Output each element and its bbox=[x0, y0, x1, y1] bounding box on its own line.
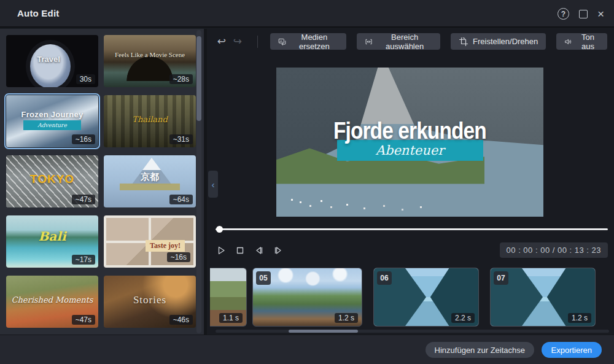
playhead-knob[interactable] bbox=[216, 226, 223, 233]
template-title: Cherished Moments bbox=[6, 295, 98, 304]
undo-icon[interactable]: ↩ bbox=[216, 36, 228, 47]
speaker-icon bbox=[564, 37, 572, 47]
template-library-panel: Travel 30s Feels Like a Movie Scene ~28s… bbox=[0, 29, 207, 335]
template-title: 京都 bbox=[104, 171, 196, 183]
template-title: Thailand bbox=[104, 115, 196, 124]
template-subtitle-banner bbox=[120, 184, 180, 190]
chevron-left-icon: ‹ bbox=[212, 179, 215, 190]
timeline-scrollbar-thumb[interactable] bbox=[289, 330, 358, 333]
clip-number: 06 bbox=[377, 271, 392, 285]
timeline-clip-05[interactable]: 05 1.2 s bbox=[252, 268, 362, 327]
template-stories[interactable]: Stories ~46s bbox=[104, 276, 196, 328]
template-duration: ~28s bbox=[169, 74, 193, 84]
template-travel[interactable]: Travel 30s bbox=[6, 35, 98, 87]
stop-button[interactable] bbox=[235, 245, 246, 256]
template-duration: ~31s bbox=[169, 134, 193, 144]
select-range-icon bbox=[365, 37, 373, 47]
select-range-label: Bereich auswählen bbox=[377, 33, 432, 51]
transport-controls bbox=[216, 242, 284, 258]
window-title: Auto Edit bbox=[17, 8, 59, 18]
template-bali[interactable]: Bali ~17s bbox=[6, 215, 98, 268]
timecode-display: 00 : 00 : 00 / 00 : 13 : 23 bbox=[500, 242, 608, 258]
template-duration: ~16s bbox=[167, 252, 190, 262]
export-button[interactable]: Exportieren bbox=[542, 342, 602, 358]
crop-rotate-icon bbox=[459, 37, 468, 47]
close-icon[interactable]: × bbox=[597, 8, 604, 20]
timeline-scrollbar-track[interactable] bbox=[216, 330, 609, 333]
mute-button[interactable]: Ton aus bbox=[556, 33, 607, 50]
timeline-clip-06[interactable]: 06 2.2 s bbox=[373, 268, 479, 327]
template-title: Bali bbox=[6, 229, 98, 244]
overlay-subtitle: Abenteuer bbox=[376, 143, 444, 158]
preview-text-overlay: Fjorde erkunden Abenteuer bbox=[276, 119, 543, 161]
template-cherished-moments[interactable]: Cherished Moments ~47s bbox=[6, 276, 98, 328]
library-scrollbar-thumb[interactable] bbox=[196, 36, 201, 121]
auto-edit-window: Auto Edit ? × Travel 30s Feels Like a Mo… bbox=[0, 0, 614, 364]
titlebar: Auto Edit ? × bbox=[0, 0, 614, 28]
playback-progress-bar[interactable] bbox=[216, 228, 608, 230]
crop-rotate-button[interactable]: Freistellen/Drehen bbox=[451, 33, 546, 50]
clip-number: 07 bbox=[494, 271, 508, 285]
template-grid: Travel 30s Feels Like a Movie Scene ~28s… bbox=[6, 35, 196, 328]
template-duration: ~64s bbox=[169, 195, 193, 204]
template-duration: ~47s bbox=[72, 195, 95, 204]
clip-duration: 1.2 s bbox=[335, 313, 358, 323]
add-to-timeline-button[interactable]: Hinzufügen zur Zeitachse bbox=[426, 342, 534, 358]
replace-media-icon bbox=[278, 37, 286, 47]
template-duration: ~47s bbox=[72, 315, 95, 325]
template-thailand[interactable]: Thailand ~31s bbox=[104, 95, 196, 147]
preview-toolbar: ↩ ↪ Medien ersetzen bbox=[216, 33, 607, 50]
template-duration: ~17s bbox=[72, 255, 95, 265]
timeline-clip-07[interactable]: 07 1.2 s bbox=[490, 268, 596, 327]
next-frame-button[interactable] bbox=[273, 245, 284, 256]
template-duration: ~46s bbox=[169, 315, 193, 325]
crop-rotate-label: Freistellen/Drehen bbox=[473, 37, 538, 46]
clip-duration: 1.1 s bbox=[219, 313, 243, 323]
template-frozen-journey-selected[interactable]: Frozen Journey Adventure ~16s bbox=[6, 95, 98, 147]
mute-label: Ton aus bbox=[577, 33, 599, 51]
template-duration: ~16s bbox=[72, 134, 95, 144]
editor-main-area: ↩ ↪ Medien ersetzen bbox=[207, 29, 614, 335]
timecode-value: 00 : 00 : 00 / 00 : 13 : 23 bbox=[507, 246, 601, 255]
overlay-title: Fjorde erkunden bbox=[333, 119, 486, 144]
redo-icon[interactable]: ↪ bbox=[231, 36, 244, 47]
timeline-clip-partial[interactable]: 1.1 s bbox=[210, 268, 247, 327]
template-taste-joy[interactable]: Taste joy! ~16s bbox=[104, 215, 196, 268]
template-title: Stories bbox=[104, 294, 196, 306]
template-title: Feels Like a Movie Scene bbox=[104, 51, 196, 58]
template-movie-scene[interactable]: Feels Like a Movie Scene ~28s bbox=[104, 35, 196, 87]
template-subtitle: Adventure bbox=[37, 122, 67, 128]
play-button[interactable] bbox=[216, 245, 227, 256]
template-title: Travel bbox=[27, 55, 70, 64]
clip-duration: 1.2 s bbox=[568, 313, 591, 323]
footer-bar: Hinzufügen zur Zeitachse Exportieren bbox=[0, 335, 614, 364]
replace-media-label: Medien ersetzen bbox=[290, 33, 339, 51]
replace-media-button[interactable]: Medien ersetzen bbox=[270, 33, 347, 50]
video-preview[interactable]: Fjorde erkunden Abenteuer bbox=[276, 68, 543, 217]
help-icon[interactable]: ? bbox=[558, 8, 569, 20]
clip-duration: 2.2 s bbox=[451, 313, 475, 323]
maximize-icon[interactable] bbox=[579, 10, 588, 18]
template-title: Frozen Journey bbox=[6, 110, 98, 119]
toolbar-divider bbox=[257, 36, 258, 48]
template-title: Taste joy! bbox=[146, 240, 185, 252]
template-title: TOKYO bbox=[6, 172, 98, 186]
template-tokyo[interactable]: TOKYO ~47s bbox=[6, 155, 98, 207]
template-kyoto[interactable]: 京都 ~64s bbox=[104, 155, 196, 207]
previous-frame-button[interactable] bbox=[254, 245, 265, 256]
template-duration: 30s bbox=[76, 74, 95, 84]
titlebar-controls: ? × bbox=[558, 0, 604, 28]
preview-scene-village bbox=[291, 199, 293, 201]
template-subtitle-banner: Adventure bbox=[23, 120, 81, 130]
clip-number: 05 bbox=[256, 271, 271, 285]
collapse-panel-handle[interactable]: ‹ bbox=[208, 171, 218, 198]
select-range-button[interactable]: Bereich auswählen bbox=[357, 33, 440, 50]
